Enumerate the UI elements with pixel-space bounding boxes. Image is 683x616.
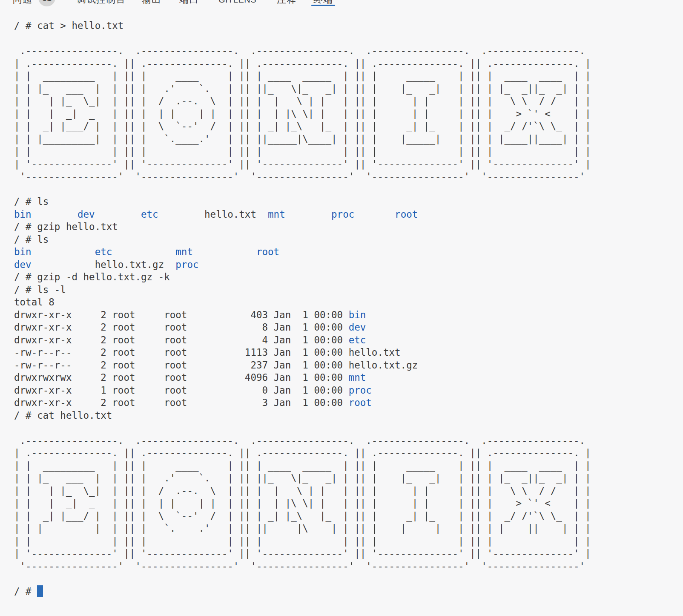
terminal-text [32, 259, 95, 270]
terminal-text: | | |_ ___ | | || | .' `. | || ||_ \|_ _… [14, 472, 591, 484]
ascii-banner-line: | '--------------' || '--------------' |… [14, 547, 683, 560]
terminal-text: -rw-r--r-- 2 root root 237 Jan 1 00:00 h… [14, 360, 418, 371]
terminal-text: | | _________ | || | ____ | || | ____ __… [14, 460, 591, 471]
terminal-text [354, 209, 395, 220]
terminal-line: drwxr-xr-x 2 root root 8 Jan 1 00:00 dev [14, 321, 683, 334]
ascii-banner-line: | | | |_ \_| | || | / .--. \ | || | | \ … [14, 485, 683, 498]
terminal-text: | | | _| _ | || | | | | | | || | | |\ \|… [14, 498, 591, 509]
terminal-line: -rw-r--r-- 2 root root 237 Jan 1 00:00 h… [14, 359, 683, 372]
terminal-line: / # [14, 585, 683, 598]
terminal-text: '----------------' '----------------' '-… [14, 171, 591, 182]
terminal-text: | | | _| _ | || | | | | | | || | | |\ \|… [14, 108, 591, 119]
terminal-text: | | | |_ \_| | || | / .--. \ | || | | \ … [14, 485, 591, 496]
directory-name: etc [95, 246, 112, 257]
terminal-text: | | _________ | || | ____ | || | ____ __… [14, 70, 591, 81]
terminal-text [112, 246, 175, 257]
tab-gitlens[interactable]: GITLENS [218, 0, 256, 6]
tab-problems[interactable]: 问题31 [13, 0, 55, 6]
terminal-line: drwxrwxrwx 2 root root 4096 Jan 1 00:00 … [14, 371, 683, 384]
directory-name: dev [349, 322, 366, 333]
ascii-banner-line: | | _________ | || | ____ | || | ____ __… [14, 460, 683, 472]
terminal-line: dev hello.txt.gz proc [14, 259, 683, 271]
problems-count-badge: 31 [38, 0, 55, 6]
directory-name: bin [14, 246, 32, 257]
ascii-banner-line: | | | |_ \_| | || | / .--. \ | || | | \ … [14, 95, 683, 108]
terminal-line: -rw-r--r-- 2 root root 1113 Jan 1 00:00 … [14, 346, 683, 359]
directory-name: proc [331, 209, 354, 220]
terminal-text: | '--------------' || '--------------' |… [14, 548, 591, 559]
terminal-text: | | | || | | || | | || | | || | | | [14, 535, 591, 547]
terminal-text: / # gzip hello.txt [14, 221, 118, 232]
terminal-line [14, 422, 683, 435]
terminal-text: | | _| |___/ | | || | \ `--' / | || | _|… [14, 510, 591, 521]
tab-label-debug-console: 调试控制台 [77, 0, 126, 6]
tab-comments[interactable]: 注释 [277, 0, 296, 6]
directory-name: proc [349, 385, 372, 396]
terminal-line: drwxr-xr-x 1 root root 0 Jan 1 00:00 pro… [14, 384, 683, 397]
terminal-text: / # gzip -d hello.txt.gz -k [14, 271, 170, 282]
tab-label-output: 输出 [142, 0, 161, 6]
terminal-cursor [37, 585, 43, 597]
terminal-text [193, 246, 256, 257]
directory-name: etc [141, 209, 158, 220]
terminal-line: bin dev etc hello.txt mnt proc root [14, 208, 683, 221]
ascii-banner-line: | | | _| _ | || | | | | | | || | | |\ \|… [14, 497, 683, 510]
terminal-text: drwxr-xr-x 1 root root 0 Jan 1 00:00 [14, 385, 349, 396]
tab-label-problems: 问题 [13, 0, 32, 6]
tab-output[interactable]: 输出 [142, 0, 161, 6]
ascii-banner-line: | | |_ ___ | | || | .' `. | || ||_ \|_ _… [14, 472, 683, 485]
tab-debug-console[interactable]: 调试控制台 [77, 0, 126, 6]
panel-tab-row: 问题31调试控制台输出端口GITLENS注释终端 [0, 0, 683, 7]
terminal-text: | .--------------. || .--------------. |… [14, 58, 591, 69]
tab-terminal[interactable]: 终端 [313, 0, 333, 6]
directory-name: mnt [175, 246, 193, 257]
terminal-text: total 8 [14, 296, 55, 308]
terminal-text: drwxr-xr-x 2 root root 8 Jan 1 00:00 [14, 322, 349, 333]
terminal-text: | | |_________| | || | `.____.' | || ||_… [14, 523, 591, 534]
ascii-banner-line: | .--------------. || .--------------. |… [14, 58, 683, 70]
terminal-line [14, 183, 683, 196]
directory-name: proc [175, 259, 198, 270]
ascii-banner-line: .----------------. .----------------. .-… [14, 435, 683, 447]
panel-tab-bar: 问题31调试控制台输出端口GITLENS注释终端 [0, 0, 683, 7]
terminal-text: | | |_________| | || | `.____.' | || ||_… [14, 133, 591, 144]
ascii-banner-line: | .--------------. || .--------------. |… [14, 447, 683, 460]
terminal-line: / # ls -l [14, 284, 683, 296]
terminal-text: hello.txt [204, 209, 268, 220]
directory-name: dev [77, 209, 95, 220]
terminal-text: '----------------' '----------------' '-… [14, 561, 591, 572]
directory-name: bin [14, 209, 32, 220]
terminal-line: total 8 [14, 296, 683, 309]
tab-ports[interactable]: 端口 [179, 0, 199, 6]
terminal-text: drwxr-xr-x 2 root root 403 Jan 1 00:00 [14, 309, 349, 320]
terminal-text: / # ls -l [14, 284, 66, 295]
directory-name: etc [349, 334, 366, 345]
terminal-text [32, 246, 95, 257]
tab-label-gitlens: GITLENS [218, 0, 256, 6]
terminal-text: / # ls [14, 196, 49, 207]
ascii-banner-line: | | |_________| | || | `.____.' | || ||_… [14, 522, 683, 535]
directory-name: bin [349, 309, 366, 320]
directory-name: root [349, 397, 372, 408]
active-tab-underline [311, 5, 335, 6]
ascii-banner-line: .----------------. .----------------. .-… [14, 45, 683, 58]
terminal-text: -rw-r--r-- 2 root root 1113 Jan 1 00:00 … [14, 347, 401, 358]
tab-label-ports: 端口 [179, 0, 199, 6]
terminal-text: hello.txt.gz [95, 259, 176, 270]
terminal-text [32, 209, 77, 220]
directory-name: mnt [349, 372, 366, 383]
ascii-banner-line: | | | || | | || | | || | | || | | | [14, 145, 683, 158]
terminal-text: | | |_ ___ | | || | .' `. | || ||_ \|_ _… [14, 83, 591, 94]
terminal-line [14, 573, 683, 585]
ascii-banner-line: | | |_________| | || | `.____.' | || ||_… [14, 133, 683, 146]
terminal[interactable]: / # cat > hello.txt .----------------. .… [0, 20, 683, 598]
terminal-text: .----------------. .----------------. .-… [14, 435, 591, 446]
terminal-line: / # gzip hello.txt [14, 221, 683, 233]
ascii-banner-line: | | _________ | || | ____ | || | ____ __… [14, 70, 683, 83]
ascii-banner-line: '----------------' '----------------' '-… [14, 170, 683, 183]
terminal-text: | '--------------' || '--------------' |… [14, 158, 591, 170]
ascii-banner-line: '----------------' '----------------' '-… [14, 560, 683, 573]
terminal-text: | | | |_ \_| | || | / .--. \ | || | | \ … [14, 95, 591, 107]
ascii-banner-line: | | _| |___/ | | || | \ `--' / | || | _|… [14, 510, 683, 523]
ascii-banner-line: | | | _| _ | || | | | | | | || | | |\ \|… [14, 108, 683, 121]
